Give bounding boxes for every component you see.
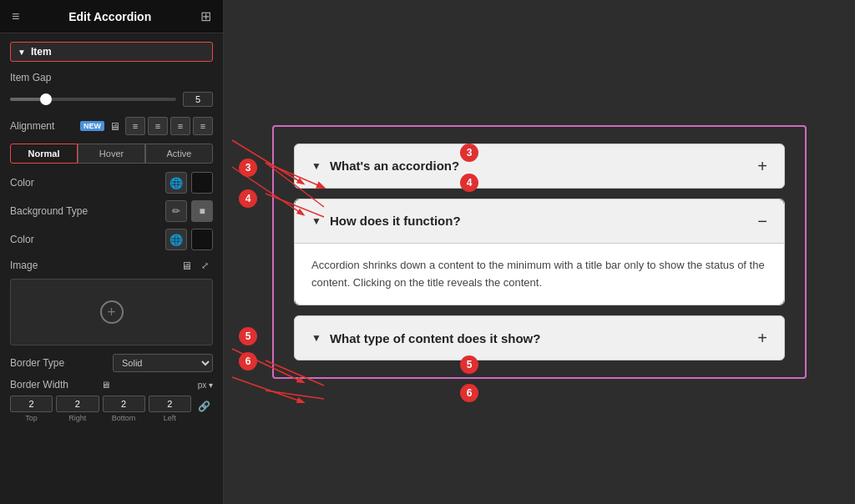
accordion-chevron-3: ▼ <box>311 332 321 344</box>
accordion-body-text-2: Accordion shrinks down a content to the … <box>311 257 767 292</box>
bg-type-label: Background Type <box>10 205 88 217</box>
accordion-item-2-left: ▼ How does it function? <box>311 214 461 228</box>
accordion-container: 3 4 ▼ What's an accordion? + ▼ How does … <box>272 125 807 380</box>
image-arrows-icon[interactable]: ⤢ <box>196 257 213 274</box>
border-right-input[interactable] <box>56 396 99 412</box>
accordion-plus-3: + <box>757 330 767 346</box>
border-width-row: Border Width 🖥 px ▾ <box>10 379 213 391</box>
slider-fill <box>10 98 43 101</box>
slider-track[interactable] <box>10 98 176 101</box>
border-bottom-input[interactable] <box>103 396 145 412</box>
link-icon[interactable]: 🔗 <box>195 397 213 416</box>
accordion-item-1[interactable]: ▼ What's an accordion? + <box>294 144 785 189</box>
border-type-label: Border Type <box>10 357 64 369</box>
border-left-group: Left <box>149 396 191 422</box>
accordion-item-2-body: Accordion shrinks down a content to the … <box>295 244 784 305</box>
border-left-label: Left <box>164 414 176 422</box>
accordion-item-2-header[interactable]: ▼ How does it function? − <box>295 199 784 244</box>
menu-icon[interactable]: ≡ <box>12 9 19 24</box>
border-type-select[interactable]: Solid None Dashed Dotted Double <box>113 354 213 372</box>
color-label-1: Color <box>10 177 34 189</box>
accordion-title-2: How does it function? <box>330 214 461 228</box>
tab-hover[interactable]: Hover <box>78 144 145 164</box>
border-type-row: Border Type Solid None Dashed Dotted Dou… <box>10 354 213 372</box>
chevron-icon: ▼ <box>18 48 26 57</box>
image-row: Image 🖥 ⤢ <box>10 257 213 274</box>
left-panel: ≡ Edit Accordion ⊞ ▼ Item Item Gap 5 Ali… <box>0 0 224 504</box>
align-left-btn[interactable]: ≡ <box>125 117 145 135</box>
image-upload-area[interactable]: + <box>10 279 213 345</box>
right-badge-3: 3 <box>460 144 478 162</box>
item-gap-label: Item Gap <box>10 72 51 83</box>
accordion-title-3: What type of content does it show? <box>330 331 541 345</box>
align-icons: ≡ ≡ ≡ ≡ <box>125 117 213 135</box>
accordion-minus-2: − <box>757 213 767 229</box>
badge-5: 5 <box>239 327 257 345</box>
border-right-group: Right <box>56 396 99 422</box>
accordion-chevron-2: ▼ <box>311 215 321 227</box>
new-badge: NEW <box>80 121 104 131</box>
upload-plus-icon: + <box>100 300 124 324</box>
canvas-area: 3 4 ▼ What's an accordion? + ▼ How does … <box>255 100 823 405</box>
section-text: Item <box>31 46 52 58</box>
slider-thumb[interactable] <box>40 93 52 105</box>
border-right-label: Right <box>68 414 86 422</box>
accordion-item-3[interactable]: ▼ What type of content does it show? + <box>294 315 785 360</box>
border-left-input[interactable] <box>149 396 191 412</box>
panel-body: ▼ Item Item Gap 5 Alignment NEW 🖥 ≡ ≡ ≡ … <box>0 33 223 504</box>
alignment-row: Alignment NEW 🖥 ≡ ≡ ≡ ≡ <box>10 117 213 135</box>
border-top-group: Top <box>10 396 53 422</box>
globe-icon-btn-2[interactable]: 🌐 <box>165 229 187 250</box>
bg-solid-btn[interactable]: ■ <box>191 200 213 222</box>
item-gap-row: Item Gap <box>10 72 213 83</box>
color-controls-1: 🌐 <box>165 172 213 194</box>
border-width-label: Border Width <box>10 379 98 391</box>
border-monitor-icon: 🖥 <box>101 380 110 390</box>
badge-4: 4 <box>239 189 257 208</box>
align-justify-btn[interactable]: ≡ <box>193 117 213 135</box>
accordion-item-2[interactable]: ▼ How does it function? − Accordion shri… <box>294 199 785 306</box>
right-badge-4: 4 <box>460 174 478 192</box>
right-panel: 3 4 ▼ What's an accordion? + ▼ How does … <box>224 0 855 504</box>
accordion-plus-1: + <box>757 158 767 174</box>
color-row-2: Color 🌐 <box>10 229 213 250</box>
border-top-input[interactable] <box>10 396 53 412</box>
right-badge-5: 5 <box>460 355 478 374</box>
monitor-icon: 🖥 <box>109 120 120 133</box>
tab-active[interactable]: Active <box>145 144 213 164</box>
accordion-title-1: What's an accordion? <box>330 159 459 173</box>
accordion-item-3-left: ▼ What type of content does it show? <box>311 331 540 345</box>
state-tabs-row: Normal Hover Active <box>10 144 213 164</box>
tab-normal[interactable]: Normal <box>10 144 78 164</box>
color-swatch-1[interactable] <box>191 172 213 194</box>
bg-brush-btn[interactable]: ✏ <box>165 200 187 222</box>
item-gap-slider-row: 5 <box>10 92 213 107</box>
grid-icon[interactable]: ⊞ <box>200 8 211 24</box>
right-badge-6: 6 <box>460 384 478 402</box>
globe-icon-btn-1[interactable]: 🌐 <box>165 172 187 194</box>
image-monitor-icon: 🖥 <box>181 260 192 272</box>
border-bottom-group: Bottom <box>103 396 145 422</box>
item-gap-input[interactable]: 5 <box>183 92 213 107</box>
border-bottom-label: Bottom <box>112 414 136 422</box>
image-controls: 🖥 ⤢ <box>181 257 213 274</box>
px-unit-select[interactable]: px ▾ <box>198 381 213 390</box>
panel-header: ≡ Edit Accordion ⊞ <box>0 0 223 33</box>
alignment-label: Alignment <box>10 120 75 132</box>
image-label: Image <box>10 260 38 271</box>
bg-type-row: Background Type ✏ ■ <box>10 200 213 222</box>
section-item-label[interactable]: ▼ Item <box>10 42 213 62</box>
color-swatch-2[interactable] <box>191 229 213 250</box>
align-center-btn[interactable]: ≡ <box>148 117 168 135</box>
color-row-1: Color 🌐 <box>10 172 213 194</box>
align-right-btn[interactable]: ≡ <box>170 117 190 135</box>
color-label-2: Color <box>10 234 34 245</box>
bg-type-controls: ✏ ■ <box>165 200 213 222</box>
color-controls-2: 🌐 <box>165 229 213 250</box>
accordion-item-1-left: ▼ What's an accordion? <box>311 159 459 173</box>
badge-6: 6 <box>239 352 257 370</box>
border-top-label: Top <box>25 414 38 422</box>
accordion-chevron-1: ▼ <box>311 160 321 172</box>
badge-3: 3 <box>239 159 257 177</box>
panel-title: Edit Accordion <box>68 10 151 23</box>
